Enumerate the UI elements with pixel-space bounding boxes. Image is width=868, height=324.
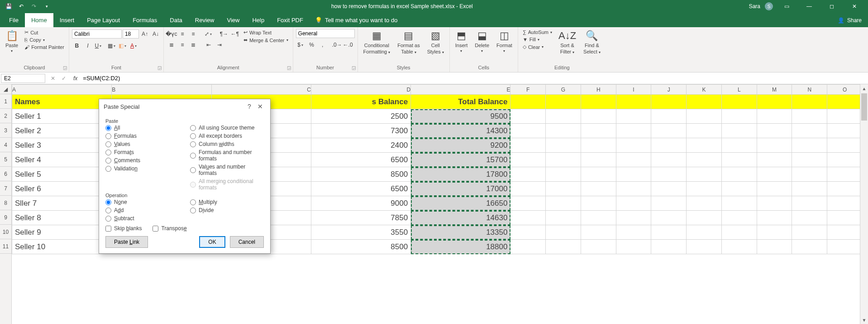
ltr-icon[interactable]: ¶→ [219,29,229,39]
enter-formula-icon[interactable]: ✓ [59,73,69,83]
qat-customize-icon[interactable]: ▾ [42,1,52,11]
tab-page-layout[interactable]: Page Layout [81,13,126,27]
tell-me[interactable]: 💡 Tell me what you want to do [310,13,403,27]
scroll-thumb[interactable] [861,93,867,121]
tab-view[interactable]: View [220,13,246,27]
radio-validation[interactable]: Validation [105,165,179,172]
row-header[interactable]: 8 [0,196,11,210]
radio-comments[interactable]: Comments [105,157,179,164]
increase-decimal-icon[interactable]: .0→ [332,40,342,50]
cell-styles-button[interactable]: ▧ Cell Styles ▾ [424,29,447,55]
radio-column-widths[interactable]: Column widths [190,141,264,147]
redo-icon[interactable]: ↷ [29,1,39,11]
font-launcher-icon[interactable]: ◲ [157,65,162,70]
sort-filter-button[interactable]: A↓ZSort &Filter ▾ [556,29,579,55]
paste-link-button[interactable]: Paste Link [105,236,148,248]
clear-button[interactable]: ◇Clear▾ [521,44,554,50]
select-all-corner[interactable]: ◢ [0,84,11,94]
dialog-help-icon[interactable]: ? [244,103,255,110]
row-header[interactable]: 10 [0,225,11,239]
align-right-icon[interactable]: ≣ [188,40,198,50]
row-header[interactable]: 6 [0,167,11,181]
align-left-icon[interactable]: ≣ [167,40,176,50]
percent-button[interactable]: % [307,40,317,50]
radio-subtract[interactable]: Subtract [105,215,179,222]
share-button[interactable]: 👤 Share [831,14,868,27]
save-icon[interactable]: 💾 [4,1,14,11]
undo-icon[interactable]: ↶ [16,1,26,11]
tab-data[interactable]: Data [163,13,188,27]
decrease-indent-icon[interactable]: ⇤ [204,40,214,50]
radio-all-source-theme[interactable]: All using Source theme [190,125,264,131]
align-top-icon[interactable]: �үс [167,29,176,39]
underline-button[interactable]: U▾ [94,41,104,51]
autosum-button[interactable]: ∑AutoSum▾ [521,29,554,35]
increase-indent-icon[interactable]: ⇥ [215,40,224,50]
tab-review[interactable]: Review [189,13,221,27]
row-header[interactable]: 1 [0,94,11,109]
conditional-formatting-button[interactable]: ▦ Conditional Formatting ▾ [361,29,393,55]
ribbon-display-icon[interactable]: ▭ [777,0,796,13]
bold-button[interactable]: B [72,41,82,51]
col-header[interactable]: M [757,85,792,95]
cut-button[interactable]: ✂Cut [23,29,66,36]
col-header[interactable]: G [546,85,581,95]
format-as-table-button[interactable]: ▤ Format as Table ▾ [395,29,423,55]
orientation-button[interactable]: ⤢▾ [204,29,214,39]
radio-divide[interactable]: Divide [190,207,264,213]
cancel-button[interactable]: Cancel [230,236,264,248]
radio-formulas[interactable]: Formulas [105,133,179,139]
row-header[interactable]: 2 [0,109,11,123]
decrease-decimal-icon[interactable]: ←.0 [343,40,353,50]
radio-formulas-number-formats[interactable]: Formulas and number formats [190,149,264,162]
font-name-select[interactable] [72,29,122,39]
fill-button[interactable]: ▼Fill▾ [521,36,554,43]
radio-none[interactable]: None [105,199,179,205]
user-avatar[interactable]: S [765,2,773,10]
check-skip-blanks[interactable]: Skip blanks [105,225,142,232]
check-transpose[interactable]: Transpose [153,225,186,232]
maximize-icon[interactable]: ◻ [823,0,841,13]
col-header[interactable]: F [510,85,546,95]
font-color-button[interactable]: A▾ [129,41,139,51]
number-format-select[interactable] [296,29,355,38]
col-header[interactable]: N [792,85,827,95]
radio-multiply[interactable]: Multiply [190,199,264,205]
increase-font-icon[interactable]: A↑ [140,29,150,39]
tab-home[interactable]: Home [25,13,53,27]
row-header[interactable]: 9 [0,210,11,225]
radio-all-except-borders[interactable]: All except borders [190,133,264,139]
merge-center-button[interactable]: ⬌Merge & Center▾ [242,37,290,44]
insert-cells-button[interactable]: ⬒Insert▾ [453,29,471,54]
close-icon[interactable]: ✕ [845,0,863,13]
col-header[interactable]: J [651,85,687,95]
align-center-icon[interactable]: ≡ [177,40,187,50]
radio-values-number-formats[interactable]: Values and number formats [190,164,264,176]
user-name[interactable]: Sara [749,3,760,10]
col-header[interactable]: I [616,85,651,95]
paste-button[interactable]: 📋 Paste ▾ [3,29,21,54]
dialog-close-icon[interactable]: ✕ [255,103,266,110]
col-header[interactable]: H [581,85,616,95]
align-middle-icon[interactable]: ≡ [177,29,187,39]
col-header[interactable]: B [112,85,211,95]
ok-button[interactable]: OK [199,236,225,248]
italic-button[interactable]: I [83,41,93,51]
col-header[interactable]: D [311,85,410,95]
row-header[interactable]: 3 [0,123,11,138]
clipboard-launcher-icon[interactable]: ◲ [63,65,67,70]
name-box[interactable] [1,74,45,83]
formula-input[interactable] [80,74,868,82]
copy-button[interactable]: ⎘Copy▾ [23,37,66,43]
alignment-launcher-icon[interactable]: ◲ [287,65,291,70]
tab-file[interactable]: File [3,13,25,27]
find-select-button[interactable]: 🔍Find &Select ▾ [581,29,603,55]
align-bottom-icon[interactable]: ≡ [188,29,198,39]
radio-add[interactable]: Add [105,207,179,213]
row-header[interactable]: 11 [0,239,11,254]
fx-icon[interactable]: fx [71,75,80,82]
tab-help[interactable]: Help [246,13,271,27]
fill-color-button[interactable]: ◧▾ [118,41,128,51]
radio-all[interactable]: All [105,125,179,131]
decrease-font-icon[interactable]: A↓ [151,29,161,39]
